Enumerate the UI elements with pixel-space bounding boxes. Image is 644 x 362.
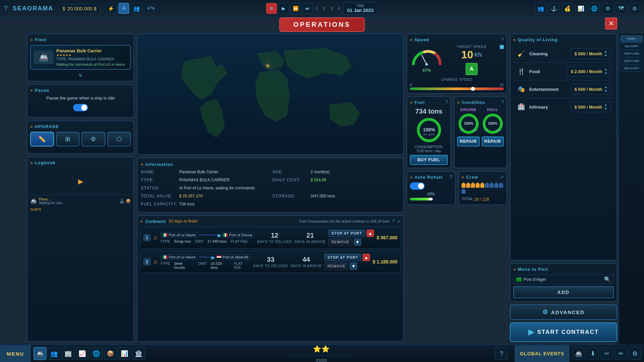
info-age-label: AGE: [272,170,309,174]
ship-card[interactable]: 🚢 Panamax Bulk Carrier ★★★★★ TYPE: PANAM… [30,45,131,70]
bottom-icon-r3[interactable]: ✂ [600,347,613,360]
info-name-label: NAME: [141,170,178,174]
food-arrows: ▲ ▼ [604,68,607,75]
fee-label-2: FLAT FEE [234,261,251,269]
food-down[interactable]: ▼ [604,72,607,75]
contracts-expand-icon[interactable]: ⤢ [397,219,400,224]
bottom-icon-r5[interactable]: ⚙ [629,347,641,360]
gear-icon[interactable]: ⚙ [629,3,640,14]
contracts-help-icon[interactable]: ? [392,219,394,224]
refuel-bar[interactable] [410,198,452,200]
contract-collapse-1[interactable]: ▲ [367,230,374,237]
contracts-header: » Contracts 33 days to finish Fuel Consu… [140,219,400,224]
port-search-input[interactable]: Port d'Alger 🔍 [513,275,614,284]
help-bottom-icon[interactable]: ? [495,347,508,360]
global-events-button[interactable]: GLOBAL EVENTS [515,345,570,362]
nav-crew-icon[interactable]: 👥 [48,347,60,360]
close-button[interactable]: ✕ [605,17,617,29]
remove-btn-1[interactable]: REMOVE [328,238,353,246]
info-name-val: Panamax Bulk Carrier [179,170,218,174]
engine-label: ENGINE [460,108,476,112]
nav-bank-icon[interactable]: 🏦 [132,347,145,360]
help-icon[interactable]: ? [4,5,7,12]
crew-member [490,182,494,188]
contract-collapse-2[interactable]: ▲ [363,254,370,261]
pause-btn[interactable]: ⏸ [266,3,277,14]
play-btn[interactable]: ▶ [278,3,289,14]
contract-stats-deliver-1: 12 DAYS TO DELIVER [257,232,292,244]
speed-slider[interactable] [410,87,504,90]
nav-chart-icon[interactable]: 📈 [76,347,89,360]
map-icon[interactable]: 🗺 [616,3,627,14]
condition-help[interactable]: ? [501,100,504,105]
food-up[interactable]: ▲ [604,68,607,71]
repair-engine-btn[interactable]: REPAIR [457,136,479,146]
bottom-ships-btn[interactable]: SHIPS [30,206,131,212]
icon-btn-d[interactable]: 📊 [576,3,586,14]
speed-help-icon[interactable] [500,45,504,49]
add-port-button[interactable]: ADD [513,286,614,298]
repair-hull-btn[interactable]: REPAIR [482,136,504,146]
cleaning-down[interactable]: ▼ [604,54,607,57]
bottom-icon-r1[interactable]: 🚢 [572,347,585,360]
nav-icon-3[interactable]: 👥 [131,3,142,14]
start-contract-button[interactable]: ▶ START CONTRACT [510,322,617,342]
fast-btn[interactable]: ⏩ [290,3,301,14]
upgrade-btn-3[interactable]: ⚙ [82,132,105,146]
icon-btn-a[interactable]: 👥 [535,3,546,14]
sidebar-port-5[interactable]: SED PORT [621,65,643,72]
stop-port-btn-1[interactable]: STOP AT PORT [328,230,365,237]
menu-button[interactable]: MENU [0,345,31,362]
nav-globe-icon[interactable]: 🌐 [90,347,103,360]
refuel-toggle[interactable] [410,182,425,190]
settings-icon[interactable]: ⚙ [602,3,613,14]
nav-cargo-icon[interactable]: 📦 [104,347,117,360]
icon-btn-b[interactable]: ⚓ [549,3,559,14]
bottom-icon-r4[interactable]: ✏ [614,347,627,360]
infirmary-down[interactable]: ▼ [604,107,607,111]
fuel-help[interactable]: ? [445,100,448,105]
stop-port-btn-2[interactable]: STOP AT PORT [324,254,361,261]
sidebar-port-2[interactable]: NG PORT [621,43,643,50]
sidebar-port-4[interactable]: SHIPYARD [621,58,643,64]
nav-bar-chart-icon[interactable]: 📊 [118,347,131,360]
sidebar-port-1[interactable]: PORT [621,36,643,42]
faster-btn[interactable]: ⏭ [302,3,313,14]
contract-expand-2[interactable]: ▼ [350,262,357,270]
contract-expand-1[interactable]: ▼ [354,238,361,246]
cleaning-up[interactable]: ▲ [604,50,607,53]
icon-btn-e[interactable]: 🌐 [589,3,600,14]
nav-icon-1[interactable]: ⚡ [106,3,116,14]
entertainment-up[interactable]: ▲ [604,85,607,89]
speed-help[interactable]: ? [501,37,504,42]
crew-title: Crew [466,175,478,180]
map-panel[interactable] [137,34,404,155]
remove-btn-2[interactable]: REMOVE [324,262,348,270]
type-label-2: TYPE [160,261,170,269]
advanced-button[interactable]: ⚙ ADVANCED [510,304,617,320]
upgrade-btn-4[interactable]: ⬡ [107,132,131,146]
upgrade-btn-1[interactable]: ✏️ [30,132,54,146]
contract-num-1: 1 [143,234,151,241]
search-icon[interactable]: 🔍 [604,276,611,283]
contracts-arrow: » [140,219,143,224]
refuel-help[interactable]: ? [450,175,452,179]
nav-icon-2[interactable]: A [118,3,129,14]
contract-stats-arrive-1: 21 DAYS IN ARRIVE [294,232,326,244]
crew-external-icon[interactable]: ⤢ [500,175,504,179]
ship-name: Panamax Bulk Carrier [56,48,125,53]
info-arrow: » [141,162,144,167]
fleet-chevron[interactable]: ∨ [30,72,131,78]
info-grid: NAME: Panamax Bulk Carrier AGE: 2 month(… [141,170,400,208]
infirmary-up[interactable]: ▲ [604,103,607,107]
entertainment-down[interactable]: ▼ [604,89,607,93]
sidebar-port-3[interactable]: SHIPYARD [621,50,643,57]
pause-toggle[interactable] [73,104,88,111]
icon-btn-c[interactable]: 💰 [562,3,573,14]
nav-ship-icon[interactable]: 🚢 [34,347,46,360]
nav-building-icon[interactable]: 🏢 [62,347,74,360]
crew-member [466,182,470,188]
bottom-icon-r2[interactable]: ⬇ [586,347,599,360]
upgrade-btn-2[interactable]: ⊞ [56,132,80,146]
buy-fuel-button[interactable]: BUY FUEL [410,155,448,165]
